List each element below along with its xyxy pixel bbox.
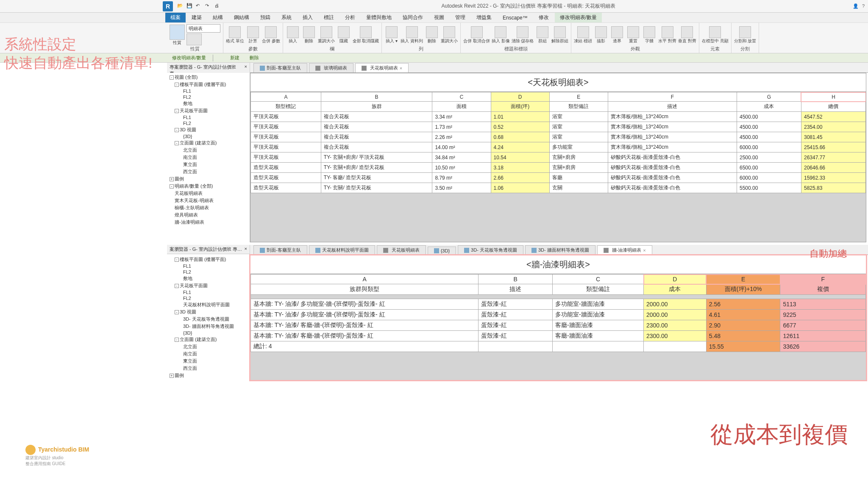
table-row[interactable]: 平頂天花板複合天花板1.73 m²0.52浴室實木薄板/側柏_13*240cm4… (251, 122, 866, 132)
table-row[interactable]: 平頂天花板TY- 玄關+廚房/ 平頂天花板34.84 m²10.54玄關+廚房矽… (251, 152, 866, 163)
browser-tree[interactable]: -視圖 (全部) -樓板平面圖 (樓層平面) FL1 FL2 敷地 -天花板平面… (167, 73, 250, 227)
menu-manage[interactable]: 管理 (450, 13, 470, 22)
tab-ceiling-sched[interactable]: 天花板明細表× (355, 63, 409, 72)
col-hide-button[interactable]: 隱藏 (337, 26, 351, 43)
menu-massing[interactable]: 量體與敷地 (361, 13, 397, 22)
col-insert-button[interactable]: 插入 (286, 26, 300, 43)
row-delete-button[interactable]: 刪除 (425, 26, 439, 43)
table-row[interactable]: 造型天花板TY- 客廳/ 造型天花板8.79 m²2.66客廳矽酸鈣天花板-面漆… (251, 173, 866, 183)
window-title: Autodesk Revit 2022 - G- 室內設計估價班 專案學習檔 -… (221, 3, 853, 10)
project-browser-2[interactable]: -樓板平面圖 (樓層平面) FL1 FL2 敷地 -天花板平面圖 FL1 FL2… (167, 255, 250, 380)
menu-precast[interactable]: 預鑄 (255, 13, 275, 22)
menu-collab[interactable]: 協同合作 (398, 13, 428, 22)
modify-button[interactable]: 性質 (170, 25, 185, 45)
row-insert-button[interactable]: 插入 ▾ (384, 26, 399, 43)
menu-arch[interactable]: 建築 (186, 13, 207, 22)
borders-button[interactable]: 邊界 (610, 26, 624, 43)
close-icon[interactable]: × (245, 246, 247, 252)
tab-3d[interactable]: {3D} (428, 247, 456, 255)
qat-undo-icon[interactable]: ↶ (196, 3, 203, 10)
window-controls: 👤 ? (853, 3, 865, 9)
menu-enscape[interactable]: Enscape™ (498, 14, 533, 22)
table-row[interactable]: 基本牆: TY- 油漆/ 多功能室-牆-(班傑明)-蛋殼漆- 紅蛋殼漆-紅多功能… (251, 310, 866, 320)
table-row[interactable]: 造型天花板TY- 玄關/ 造型天花板3.50 m²1.06玄關矽酸鈣天花板-面漆… (251, 183, 866, 193)
tab-3d-ceiling[interactable]: 3D- 天花板等角透視圖 (458, 245, 523, 255)
schedule-type-dropdown[interactable]: 明細表 (186, 24, 220, 33)
valign-button[interactable]: 垂直 對齊 (678, 26, 696, 43)
annotation-systematic: 系統性設定快速自動產出各種清單! (4, 35, 152, 72)
tab-section[interactable]: 剖面-客廳至主臥 (253, 63, 307, 72)
upper-main: -視圖 (全部) -樓板平面圖 (樓層平面) FL1 FL2 敷地 -天花板平面… (167, 73, 868, 242)
ribbon-group-properties: 性質 明細表 性質 (167, 23, 223, 53)
ungroup-button[interactable]: 解除群組 (551, 26, 568, 43)
studio-logo: Tyarchistudio BIM 建築室內設計 studio整合應用指南 GU… (25, 445, 89, 467)
format-unit-button[interactable]: 格式 單位 (226, 26, 244, 43)
font-button[interactable]: 字體 (642, 26, 657, 43)
halign-button[interactable]: 水平 對齊 (658, 26, 676, 43)
menu-addins[interactable]: 增益集 (471, 13, 497, 22)
table-row[interactable]: 基本牆: TY- 油漆/ 客廳-牆-(班傑明)-蛋殼漆- 紅蛋殼漆-紅客廳-牆面… (251, 331, 866, 341)
reset-button[interactable]: 重置 (626, 26, 640, 43)
close-icon[interactable]: × (643, 248, 645, 253)
user-icon[interactable]: 👤 (853, 3, 859, 9)
tab-ceiling-plan[interactable]: 天花板材料說明平面圖 (309, 245, 375, 255)
menu-steel[interactable]: 鋼結構 (229, 13, 254, 22)
schedule-view-1[interactable]: <天花板明細表> AB CD EF GH 類型標記族群面積 面積(坪)類型備註描… (250, 73, 866, 242)
calculate-button[interactable]: 計算 (246, 26, 260, 43)
qat-redo-icon[interactable]: ↷ (205, 3, 212, 10)
qat-save-icon[interactable]: 💾 (186, 3, 193, 10)
table-row[interactable]: 平頂天花板複合天花板14.00 m²4.24多功能室實木薄板/側柏_13*240… (251, 142, 866, 152)
highlight-in-model-button[interactable]: 在模型中 亮顯 (702, 26, 729, 43)
row-datarow-button[interactable]: 插入 資料列 (401, 26, 423, 43)
merge-button[interactable]: 合併 取消合併 (463, 26, 490, 43)
col-unhide-button[interactable]: 全部 取消隱藏 (353, 26, 379, 43)
menu-schedule-modify[interactable]: 修改明細表/數量 (555, 13, 602, 22)
subribbon-delete[interactable]: 刪除 (245, 54, 264, 62)
properties-button[interactable] (186, 33, 220, 45)
column-letters: AB CD EF GH (251, 92, 866, 102)
split-place-button[interactable]: 分割和 放置 (734, 26, 757, 43)
row-resize-button[interactable]: 重調大小 (441, 26, 458, 43)
qat-open-icon[interactable]: 📂 (177, 3, 184, 10)
clear-cell-button[interactable]: 清除 儲存格 (512, 26, 534, 43)
table-row[interactable]: 基本牆: TY- 油漆/ 多功能室-牆-(班傑明)-蛋殼漆- 紅蛋殼漆-紅多功能… (251, 299, 866, 310)
menu-modify[interactable]: 修改 (534, 13, 554, 22)
tab-section-2[interactable]: 剖面-客廳至主臥 (253, 245, 307, 255)
shading-button[interactable]: 描影 (594, 26, 608, 43)
subribbon-new[interactable]: 新建 (225, 54, 245, 62)
menu-analyze[interactable]: 分析 (340, 13, 360, 22)
close-icon[interactable]: × (245, 64, 247, 73)
ribbon-group-params: 格式 單位 計算 合併 參數 參數 (223, 23, 283, 53)
tab-wall-paint-sched[interactable]: 牆-油漆明細表× (597, 245, 652, 255)
menu-struct[interactable]: 結構 (208, 13, 228, 22)
view-tabs-1: 剖面-客廳至主臥 玻璃明細表 天花板明細表× (250, 63, 868, 73)
tab-glass-sched[interactable]: 玻璃明細表 (309, 63, 353, 72)
insert-image-button[interactable]: 插入 影像 (492, 26, 510, 43)
tab-3d-wall[interactable]: 3D- 牆面材料等角透視圖 (525, 245, 595, 255)
close-icon[interactable]: × (400, 66, 402, 71)
project-browser-1[interactable]: -視圖 (全部) -樓板平面圖 (樓層平面) FL1 FL2 敷地 -天花板平面… (167, 73, 250, 242)
help-icon[interactable]: ? (862, 3, 865, 9)
col-resize-button[interactable]: 重調大小 (318, 26, 335, 43)
menubar: 檔案 建築 結構 鋼結構 預鑄 系統 插入 標註 分析 量體與敷地 協同合作 視… (0, 13, 868, 23)
menu-insert[interactable]: 插入 (298, 13, 318, 22)
group-button[interactable]: 群組 (535, 26, 550, 43)
freeze-header-button[interactable]: 凍結 標頭 (574, 26, 592, 43)
table-row[interactable]: 基本牆: TY- 油漆/ 客廳-牆-(班傑明)-蛋殼漆- 紅蛋殼漆-紅客廳-牆面… (251, 320, 866, 331)
table-row[interactable]: 平頂天花板複合天花板3.34 m²1.01浴室實木薄板/側柏_13*240cm4… (251, 112, 866, 122)
menu-file[interactable]: 檔案 (165, 13, 186, 22)
annotation-cost-to-price: 從成本到複價 (710, 419, 848, 450)
auto-total-annotation: 自動加總 (810, 247, 847, 260)
schedule-view-2[interactable]: <牆-油漆明細表> AB CD EF 族群與類型描述類型備註 成本面積(坪)+1… (250, 255, 866, 380)
menu-systems[interactable]: 系統 (276, 13, 297, 22)
schedule-title-2: <牆-油漆明細表> (250, 255, 866, 274)
menu-view[interactable]: 視圖 (429, 13, 449, 22)
table-row[interactable]: 平頂天花板複合天花板2.26 m²0.68浴室實木薄板/側柏_13*240cm4… (251, 132, 866, 142)
menu-annotate[interactable]: 標註 (319, 13, 339, 22)
qat-print-icon[interactable]: 🖨 (214, 3, 221, 10)
lower-main: -樓板平面圖 (樓層平面) FL1 FL2 敷地 -天花板平面圖 FL1 FL2… (167, 255, 868, 380)
table-row[interactable]: 造型天花板TY- 玄關+廚房/ 造型天花板10.50 m²3.18玄關+廚房矽酸… (251, 163, 866, 173)
combine-params-button[interactable]: 合併 參數 (262, 26, 280, 43)
tab-ceiling-sched-2[interactable]: 天花板明細表 (377, 245, 426, 255)
col-delete-button[interactable]: 刪除 (302, 26, 316, 43)
